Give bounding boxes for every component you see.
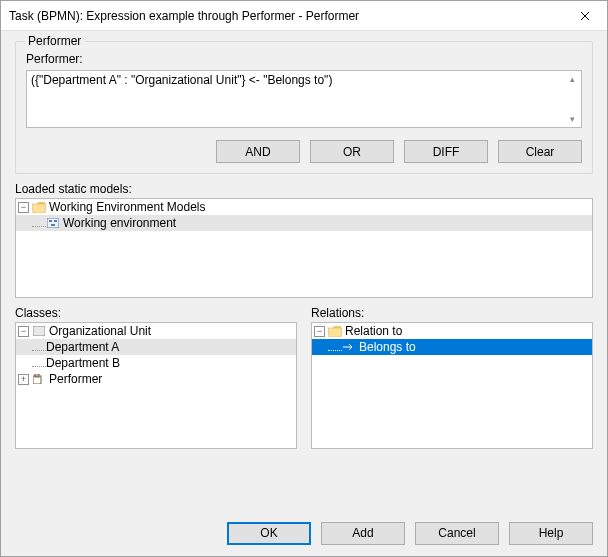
ok-button[interactable]: OK <box>227 522 311 545</box>
add-button[interactable]: Add <box>321 522 405 545</box>
tree-label: Working environment <box>63 216 176 230</box>
svg-rect-3 <box>51 224 55 226</box>
relations-tree[interactable]: − Relation to Belongs to <box>311 322 593 449</box>
tree-row-item[interactable]: Department B <box>16 355 296 371</box>
window-title: Task (BPMN): Expression example through … <box>9 9 562 23</box>
svg-rect-2 <box>54 220 57 222</box>
performer-field-label: Performer: <box>26 52 582 66</box>
svg-rect-1 <box>49 220 52 222</box>
tree-row-root[interactable]: − Relation to <box>312 323 592 339</box>
loaded-models-label: Loaded static models: <box>15 182 593 196</box>
tree-label: Working Environment Models <box>49 200 206 214</box>
classes-section: Classes: − Organizational Unit Departmen… <box>15 306 297 449</box>
performer-group: Performer Performer: ({"Department A" : … <box>15 41 593 174</box>
relations-section: Relations: − Relation to Be <box>311 306 593 449</box>
tree-label: Department B <box>46 356 120 370</box>
folder-icon <box>32 201 46 213</box>
scroll-down-icon[interactable]: ▾ <box>565 112 579 126</box>
relations-label: Relations: <box>311 306 593 320</box>
loaded-models-section: Loaded static models: − Working Environm… <box>15 182 593 298</box>
performer-icon <box>32 373 46 385</box>
tree-label: Department A <box>46 340 119 354</box>
dialog-content: Performer Performer: ({"Department A" : … <box>1 31 607 510</box>
tree-row-item[interactable]: Working environment <box>16 215 592 231</box>
performer-expression-text: ({"Department A" : "Organizational Unit"… <box>31 73 332 87</box>
classes-tree[interactable]: − Organizational Unit Department A Depar… <box>15 322 297 449</box>
classes-relations-row: Classes: − Organizational Unit Departmen… <box>15 306 593 449</box>
close-button[interactable] <box>562 1 607 31</box>
classes-label: Classes: <box>15 306 297 320</box>
tree-row-root[interactable]: − Working Environment Models <box>16 199 592 215</box>
svg-rect-4 <box>33 326 45 336</box>
performer-expression-input[interactable]: ({"Department A" : "Organizational Unit"… <box>26 70 582 128</box>
cancel-button[interactable]: Cancel <box>415 522 499 545</box>
dialog-window: Task (BPMN): Expression example through … <box>0 0 608 557</box>
svg-rect-0 <box>47 218 59 228</box>
tree-row-item[interactable]: Department A <box>16 339 296 355</box>
loaded-models-tree[interactable]: − Working Environment Models Working env… <box>15 198 593 298</box>
clear-button[interactable]: Clear <box>498 140 582 163</box>
performer-legend: Performer <box>24 34 85 48</box>
collapse-icon[interactable]: − <box>18 202 29 213</box>
operator-button-row: AND OR DIFF Clear <box>26 140 582 163</box>
dialog-footer: OK Add Cancel Help <box>1 510 607 556</box>
folder-icon <box>328 325 342 337</box>
model-icon <box>46 217 60 229</box>
and-button[interactable]: AND <box>216 140 300 163</box>
help-button[interactable]: Help <box>509 522 593 545</box>
diff-button[interactable]: DIFF <box>404 140 488 163</box>
close-icon <box>580 11 590 21</box>
tree-row-item[interactable]: Belongs to <box>312 339 592 355</box>
expand-icon[interactable]: + <box>18 374 29 385</box>
tree-label: Organizational Unit <box>49 324 151 338</box>
tree-label: Relation to <box>345 324 402 338</box>
orgunit-icon <box>32 325 46 337</box>
collapse-icon[interactable]: − <box>18 326 29 337</box>
tree-label: Performer <box>49 372 102 386</box>
tree-label: Belongs to <box>359 340 416 354</box>
scroll-up-icon[interactable]: ▴ <box>565 72 579 86</box>
collapse-icon[interactable]: − <box>314 326 325 337</box>
titlebar: Task (BPMN): Expression example through … <box>1 1 607 31</box>
tree-row-root[interactable]: + Performer <box>16 371 296 387</box>
relation-icon <box>342 341 356 353</box>
or-button[interactable]: OR <box>310 140 394 163</box>
tree-row-root[interactable]: − Organizational Unit <box>16 323 296 339</box>
